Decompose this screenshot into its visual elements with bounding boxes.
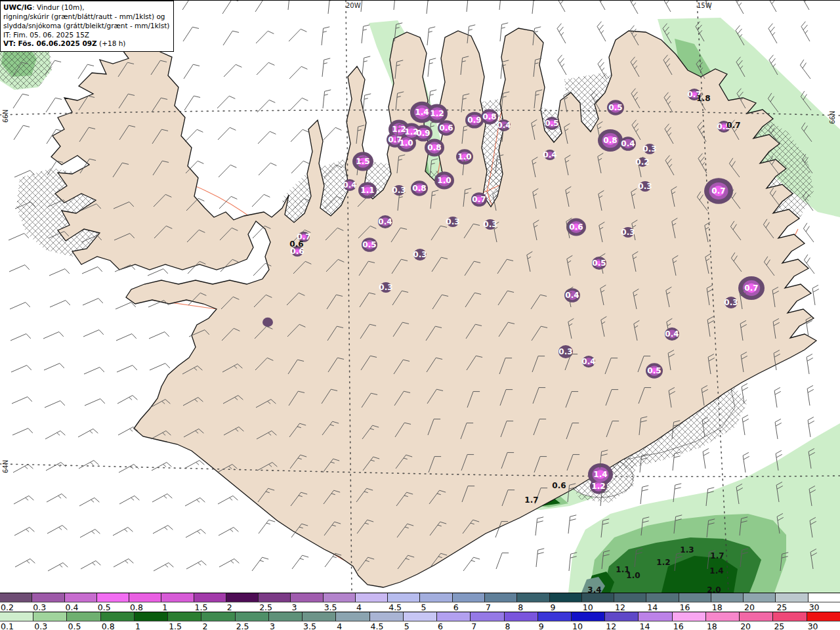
rain-colorbar-segment-label: 25: [774, 621, 784, 630]
rain-colorbar-segment: 16: [672, 612, 705, 621]
sleet-snow-colorbar-segment-label: 7: [486, 602, 491, 612]
sleet-snow-colorbar-segment-label: 3.5: [324, 602, 337, 612]
snow-cell-label: 0.6: [569, 222, 583, 232]
snow-cell-label: 0.8: [482, 112, 496, 121]
snow-cell-label: 0.5: [647, 366, 661, 375]
graticule-label: 20W: [346, 2, 361, 9]
sleet-snow-colorbar-segment: 2.5: [258, 593, 290, 602]
sleet-snow-colorbar-segment: 18: [711, 593, 743, 602]
sleet-snow-colorbar-segment: 12: [614, 593, 646, 602]
sleet-snow-colorbar-segment-label: 12: [615, 602, 625, 612]
snow-cell-label: 0.2: [635, 158, 649, 167]
snow-cell-label: 0.5: [545, 119, 558, 128]
rain-colorbar-segment: 10: [571, 612, 604, 621]
sleet-snow-colorbar-segment: 0.3: [32, 593, 64, 602]
sleet-snow-colorbar-segment-label: 16: [680, 602, 690, 612]
rain-colorbar-segment: 6: [436, 612, 470, 621]
snow-cell-label: 0.4: [497, 121, 511, 130]
snow-cell-label: 0.3: [621, 228, 635, 237]
snow-cell-label: 0.7: [472, 195, 486, 204]
snow-cell-label: 0.8: [427, 143, 441, 152]
sleet-snow-colorbar-segment-label: 10: [583, 602, 593, 612]
snow-cell-label: 1.2: [591, 482, 605, 491]
sleet-snow-colorbar-segment: 4.5: [387, 593, 419, 602]
rain-colorbar-segment: 0.8: [100, 612, 134, 621]
snow-cell-label: 0.3: [642, 144, 656, 154]
snow-cell-label: 1.1: [360, 186, 374, 195]
rain-colorbar-segment-label: 3.5: [303, 621, 316, 630]
snow-cell-label: 0.3: [446, 217, 459, 226]
rain-cell-label: 3.4: [587, 585, 601, 593]
rain-cell-label: 1.7: [524, 495, 538, 505]
rain-colorbar-segment-label: 8: [505, 621, 511, 630]
snow-cell-label: 0.5: [592, 259, 606, 268]
rain-colorbar-segment: 14: [638, 612, 671, 621]
rain-colorbar-segment-label: 10: [572, 621, 583, 630]
sleet-snow-colorbar-segment: 4: [355, 593, 387, 602]
sleet-snow-colorbar-segment-label: 18: [712, 602, 723, 612]
sleet-snow-colorbar-segment-label: 4: [356, 602, 362, 612]
rain-colorbar-segment: 2: [201, 612, 234, 621]
rain-colorbar-segment-label: 14: [639, 621, 650, 630]
rain-colorbar-segment: 5: [403, 612, 436, 621]
rain-cell-label: 1.8: [696, 94, 710, 103]
rain-colorbar-segment-label: 0.1: [1, 621, 14, 630]
snow-cell-label: 1.5: [356, 157, 369, 166]
init-time: IT: Fim. 05. 06. 2025 15Z: [3, 31, 169, 40]
snow-cell-label: 0.3: [483, 220, 497, 229]
snow-cell-label: 1.4: [415, 108, 429, 117]
sleet-snow-colorbar-segment: 8: [516, 593, 549, 602]
snow-cell-label: 0.4: [621, 139, 635, 148]
snow-cell-label: 1.0: [399, 138, 413, 148]
rain-colorbar-segment-label: 4.5: [371, 621, 384, 630]
title-line-3: slydda/snjókoma (grátt/bleikt/grænt - mm…: [3, 22, 169, 31]
snow-cell-label: 0.4: [543, 150, 556, 159]
snow-cell-label: 1.0: [457, 152, 471, 161]
rain-colorbar-segment: 0.5: [66, 612, 100, 621]
snow-cell-label: 0.3: [558, 347, 572, 356]
snow-cell-label: 0.4: [378, 217, 392, 226]
sleet-snow-colorbar-segment-label: 2.5: [259, 602, 272, 612]
sleet-snow-colorbar-segment: 3: [290, 593, 322, 602]
rain-colorbar-segment-label: 9: [539, 621, 544, 630]
rain-colorbar-segment: 30: [807, 612, 840, 621]
rain-colorbar-segment: 12: [604, 612, 638, 621]
rain-colorbar-segment: 7: [470, 612, 503, 621]
snow-cell: [262, 318, 273, 327]
rain-cell-label: 1.7: [710, 551, 724, 560]
snow-cell-label: 0.3: [638, 182, 652, 191]
iceland-weather-map: 1.50.41.10.30.40.50.30.31.41.21.21.20.90…: [0, 1, 840, 593]
sleet-snow-colorbar-segment: 20: [743, 593, 775, 602]
snow-cell-label: 1.0: [437, 176, 451, 185]
graticule-label: 64N: [2, 460, 9, 473]
title-line-1: UWC/IG: Vindur (10m),: [3, 3, 169, 12]
rain-colorbar-segment: 4: [335, 612, 369, 621]
sleet-snow-colorbar-segment-label: 6: [453, 602, 459, 612]
sleet-snow-colorbar-segment-label: 0.8: [130, 602, 143, 612]
rain-colorbar-segment: 3.5: [302, 612, 335, 621]
snow-cell-label: 0.7: [711, 186, 725, 196]
rain-colorbar-segment: 20: [739, 612, 772, 621]
sleet-snow-colorbar-segment: 1: [161, 593, 193, 602]
sleet-snow-colorbar-segment-label: 1: [162, 602, 167, 612]
sleet-snow-colorbar: 0.20.30.40.50.811.522.533.544.5567891012…: [0, 593, 840, 612]
sleet-snow-colorbar-segment: 2: [226, 593, 258, 602]
sleet-snow-colorbar-segment-label: 0.2: [1, 602, 14, 612]
snow-cell-label: 0.5: [362, 240, 376, 249]
snow-cell-label: 0.6: [439, 123, 453, 133]
rain-cell-label: 2.0: [707, 585, 721, 593]
sleet-snow-colorbar-segment-label: 0.3: [33, 602, 46, 612]
rain-cell-label: 0.6: [289, 240, 303, 249]
snow-cell-label: 0.3: [724, 298, 738, 307]
rain-colorbar-segment: 25: [772, 612, 806, 621]
rain-colorbar-segment-label: 7: [471, 621, 476, 630]
sleet-snow-colorbar-segment-label: 8: [518, 602, 523, 612]
rain-colorbar-segment-label: 0.8: [102, 621, 115, 630]
sleet-snow-colorbar-segment-label: 4.5: [388, 602, 402, 612]
rain-cell-label: 0.7: [726, 121, 740, 130]
rain-colorbar-segment-label: 12: [606, 621, 616, 630]
snow-cell-label: 0.4: [581, 357, 595, 366]
snow-cell-label: 0.8: [603, 136, 617, 145]
rain-cell-label: 1.2: [656, 558, 670, 567]
rain-colorbar-segment-label: 0.3: [34, 621, 47, 630]
